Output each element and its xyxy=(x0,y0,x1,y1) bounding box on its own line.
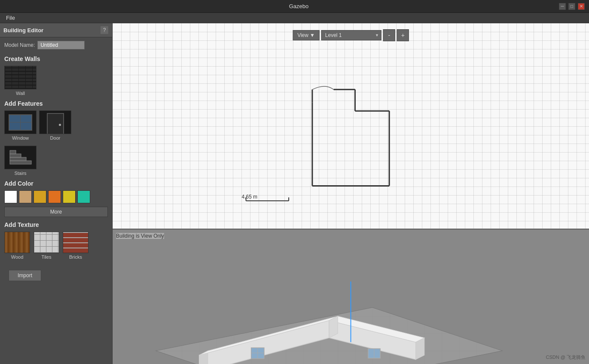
color-orange[interactable] xyxy=(48,190,61,203)
add-features-title: Add Features xyxy=(0,98,112,109)
color-yellow[interactable] xyxy=(34,190,46,203)
add-texture-title: Add Texture xyxy=(0,219,112,230)
window-tool[interactable]: Window xyxy=(4,110,37,141)
window-pane-1 xyxy=(9,115,20,122)
svg-rect-2 xyxy=(10,154,21,157)
window-texture xyxy=(5,111,36,134)
door-inner xyxy=(47,113,64,134)
stairs-svg xyxy=(8,148,34,167)
view-only-label: Building is View Only xyxy=(116,233,164,239)
model-name-label: Model Name: xyxy=(4,42,35,48)
door-knob xyxy=(59,124,61,126)
titlebar: Gazebo ─ □ ✕ xyxy=(0,0,589,13)
tiles-thumb xyxy=(34,232,59,253)
floorplan-container: 4.65 m xyxy=(113,23,589,229)
sidebar-title: Building Editor xyxy=(3,27,43,34)
door-tool[interactable]: Door xyxy=(39,110,71,141)
add-color-title: Add Color xyxy=(0,177,112,189)
texture-grid: Wood Tiles Bricks xyxy=(0,230,112,261)
level-plus-button[interactable]: + xyxy=(397,29,409,41)
color-tan[interactable] xyxy=(19,190,32,203)
svg-rect-0 xyxy=(10,161,31,164)
window-thumb xyxy=(4,110,37,134)
sidebar-header: Building Editor ? xyxy=(0,23,112,37)
window-pane-4 xyxy=(21,122,31,130)
view-2d: 4.65 m View ▼ Level 1 xyxy=(113,23,589,229)
level-minus-button[interactable]: - xyxy=(383,29,395,41)
import-button[interactable]: Import xyxy=(9,270,41,281)
view-btn-label: View xyxy=(297,32,308,38)
more-button[interactable]: More xyxy=(4,207,108,217)
stairs-thumb xyxy=(4,146,37,169)
titlebar-controls: ─ □ ✕ xyxy=(559,3,585,10)
floorplan-svg: 4.65 m xyxy=(113,23,589,229)
door-label: Door xyxy=(50,135,61,141)
stairs-label: Stairs xyxy=(14,171,26,176)
door-texture xyxy=(40,111,71,134)
svg-rect-3 xyxy=(10,150,16,154)
wall-label: Wall xyxy=(16,91,25,96)
watermark: CSDN @ 飞龙骑鱼 xyxy=(546,354,586,361)
help-button[interactable]: ? xyxy=(100,26,109,34)
maximize-button[interactable]: □ xyxy=(568,3,575,10)
wood-label: Wood xyxy=(11,254,24,260)
level-select[interactable]: Level 1 xyxy=(321,30,381,40)
add-features-grid: Window Door xyxy=(0,109,112,142)
color-swatches xyxy=(0,189,112,205)
window-inner xyxy=(9,114,32,131)
wood-thumb xyxy=(4,232,30,253)
scale-bar-svg: 4.65 m xyxy=(242,194,289,201)
create-walls-grid: Wall xyxy=(0,64,112,98)
close-button[interactable]: ✕ xyxy=(578,3,585,10)
stairs-grid: Stairs xyxy=(0,144,112,177)
sidebar: Building Editor ? Model Name: Create Wal… xyxy=(0,23,113,364)
create-walls-title: Create Walls xyxy=(0,53,112,64)
floorplan-walls xyxy=(312,86,389,186)
bricks-texture-item[interactable]: Bricks xyxy=(63,232,89,260)
menubar: File xyxy=(0,13,589,23)
bricks-label: Bricks xyxy=(69,254,82,260)
view-toolbar: View ▼ Level 1 - + xyxy=(293,29,409,41)
view-btn-arrow: ▼ xyxy=(310,32,315,38)
wall-tool[interactable]: Wall xyxy=(4,66,37,96)
right-panel: 4.65 m View ▼ Level 1 xyxy=(113,23,589,364)
level-select-wrapper: Level 1 xyxy=(321,30,381,40)
model-name-row: Model Name: xyxy=(0,37,112,53)
color-gold[interactable] xyxy=(63,190,76,203)
svg-text:4.65 m: 4.65 m xyxy=(242,194,258,200)
import-container: Import xyxy=(0,261,112,290)
tiles-texture-item[interactable]: Tiles xyxy=(34,232,59,260)
window-pane-2 xyxy=(21,115,31,122)
menu-file[interactable]: File xyxy=(3,14,18,22)
color-white[interactable] xyxy=(4,190,17,203)
window-label: Window xyxy=(12,135,29,141)
bricks-thumb xyxy=(63,232,89,253)
model-name-input[interactable] xyxy=(37,41,85,49)
door-thumb xyxy=(39,110,71,134)
main-layout: Building Editor ? Model Name: Create Wal… xyxy=(0,23,589,364)
wall-thumb xyxy=(4,66,37,89)
stairs-tool[interactable]: Stairs xyxy=(4,146,37,176)
view-button[interactable]: View ▼ xyxy=(293,30,320,40)
view-3d[interactable]: Building is View Only CSDN @ 飞龙骑鱼 xyxy=(113,229,589,364)
svg-rect-1 xyxy=(10,157,26,161)
titlebar-title: Gazebo xyxy=(39,3,559,9)
minimize-button[interactable]: ─ xyxy=(559,3,566,10)
color-teal[interactable] xyxy=(77,190,90,203)
stairs-texture xyxy=(5,146,36,169)
building-3d-svg xyxy=(113,229,589,364)
wall-texture xyxy=(5,66,36,89)
window-pane-3 xyxy=(9,122,20,130)
tiles-label: Tiles xyxy=(42,254,52,260)
wood-texture-item[interactable]: Wood xyxy=(4,232,30,260)
